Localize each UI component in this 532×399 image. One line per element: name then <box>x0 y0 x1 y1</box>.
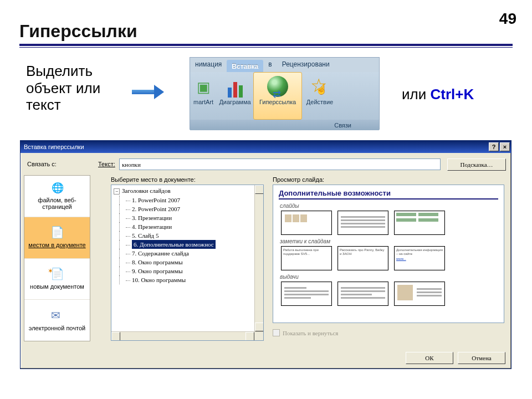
places-label: Выберите место в документе: <box>111 176 196 183</box>
preview-section-notes: заметки к слайдам <box>280 238 498 244</box>
ok-button[interactable]: ОК <box>406 352 453 364</box>
option-new-document-label: новым документом <box>30 283 84 290</box>
action-star-icon <box>309 75 331 98</box>
slide-preview: Дополнительные возможности слайды <box>273 185 504 323</box>
option-new-document[interactable]: новым документом <box>24 259 90 300</box>
globe-icon <box>49 182 65 195</box>
tree-scrollbar-vertical[interactable] <box>254 185 263 331</box>
preview-thumb <box>394 211 445 235</box>
dialog-titlebar[interactable]: Вставка гиперссылки ? × <box>21 141 511 153</box>
mail-icon <box>49 310 65 323</box>
tree-item[interactable]: 2. PowerPoint 2007 <box>114 204 254 213</box>
insert-hyperlink-dialog: Вставка гиперссылки ? × Связать с: Текст… <box>20 140 511 369</box>
option-place-in-doc-label: местом в документе <box>28 242 85 248</box>
hotkey-prefix: или <box>402 86 430 103</box>
preview-thumb <box>337 282 388 306</box>
text-to-display-label: Текст: <box>98 161 115 167</box>
preview-label: Просмотр слайда: <box>273 176 324 183</box>
preview-section-slides: слайды <box>280 203 498 209</box>
tree-item[interactable]: 8. Окно программы <box>114 258 254 267</box>
tree-item[interactable]: 1. PowerPoint 2007 <box>114 196 254 204</box>
option-email[interactable]: электронной почтой <box>24 300 90 341</box>
help-button[interactable]: ? <box>489 142 499 151</box>
screentip-button-label: Подсказка… <box>460 161 493 168</box>
preview-thumb: Рассказать про Panny, Бабку и ЗАОН <box>337 246 388 270</box>
checkbox-icon <box>273 329 280 336</box>
ribbon-btn-action-label: Действие <box>306 99 333 105</box>
preview-thumb <box>281 282 332 306</box>
preview-thumb <box>394 282 445 306</box>
display-text-input[interactable] <box>119 158 441 170</box>
ribbon: нимация Вставка в Рецензировани martArt … <box>190 57 380 130</box>
title-underline-thin <box>19 47 513 48</box>
instruction-text: Выделить объект или текст <box>26 63 129 114</box>
preview-section-handouts: выдачи <box>280 274 498 280</box>
show-and-return-checkbox: Показать и вернуться <box>273 329 338 336</box>
tree-item[interactable]: 4. Презентации <box>114 222 254 231</box>
tree-scrollbar-horizontal[interactable] <box>111 331 263 340</box>
option-email-label: электронной почтой <box>29 325 85 331</box>
page-title: Гиперссылки <box>19 21 137 42</box>
tree-item[interactable]: 6. Дополнительные возможнос <box>114 240 254 249</box>
ribbon-group-label: Связи <box>190 120 379 130</box>
ribbon-btn-chart-label: Диаграмма <box>219 99 250 105</box>
tree-item[interactable]: 9. Окно программы <box>114 267 254 275</box>
smartart-icon <box>192 75 214 98</box>
ribbon-tab-unknown[interactable]: в <box>263 58 277 72</box>
tree-item[interactable]: 3. Презентации <box>114 213 254 222</box>
page-number: 49 <box>499 10 516 28</box>
show-and-return-label: Показать и вернуться <box>283 330 338 336</box>
ribbon-btn-hyperlink[interactable]: Гиперссылка <box>253 72 302 120</box>
ok-button-label: ОК <box>425 355 433 361</box>
option-file-webpage[interactable]: файлом, веб-страницей <box>24 176 90 217</box>
hotkey-combo: Ctrl+K <box>430 86 474 103</box>
ribbon-btn-chart[interactable]: Диаграмма <box>217 72 253 120</box>
places-tree[interactable]: −Заголовки слайдов1. PowerPoint 20072. P… <box>111 185 264 341</box>
preview-thumb <box>337 211 388 235</box>
tree-root[interactable]: −Заголовки слайдов <box>114 186 254 196</box>
cancel-button-label: Отмена <box>472 355 491 361</box>
tree-item[interactable]: 10. Окно программы <box>114 275 254 284</box>
arrow-icon <box>132 85 165 99</box>
hotkey-hint: или Ctrl+K <box>402 86 474 103</box>
chart-icon <box>224 75 246 98</box>
dialog-title-text: Вставка гиперссылки <box>24 144 84 150</box>
close-icon[interactable]: × <box>500 142 510 151</box>
new-document-icon <box>49 268 65 282</box>
preview-slide-title: Дополнительные возможности <box>279 189 498 200</box>
link-with-label: Связать с: <box>27 161 57 167</box>
ribbon-tab-review[interactable]: Рецензировани <box>277 58 335 72</box>
text-label-inner: Текст: <box>98 161 115 167</box>
tree-item[interactable]: 7. Содержание слайда <box>114 249 254 258</box>
option-file-webpage-label: файлом, веб-страницей <box>25 197 89 210</box>
ribbon-btn-smartart-label: martArt <box>193 99 213 105</box>
tree-item[interactable]: 5. Слайд 5 <box>114 231 254 240</box>
ribbon-tab-animation[interactable]: нимация <box>190 58 227 72</box>
preview-thumb: Дополнительная информация – на сайте www… <box>394 246 445 270</box>
document-icon <box>49 227 65 240</box>
option-place-in-doc[interactable]: местом в документе <box>24 217 90 259</box>
title-underline <box>19 44 513 46</box>
ribbon-tab-insert[interactable]: Вставка <box>227 60 263 72</box>
cancel-button[interactable]: Отмена <box>458 352 505 364</box>
ribbon-btn-smartart[interactable]: martArt <box>190 72 217 120</box>
globe-link-icon <box>267 75 289 98</box>
ribbon-btn-action[interactable]: Действие <box>302 72 337 120</box>
preview-thumb <box>281 211 332 235</box>
link-to-options: файлом, веб-страницей местом в документе… <box>24 175 90 341</box>
preview-thumb: Работа выполнена при поддержке SV5... <box>281 246 332 270</box>
screentip-button[interactable]: Подсказка… <box>447 158 506 171</box>
